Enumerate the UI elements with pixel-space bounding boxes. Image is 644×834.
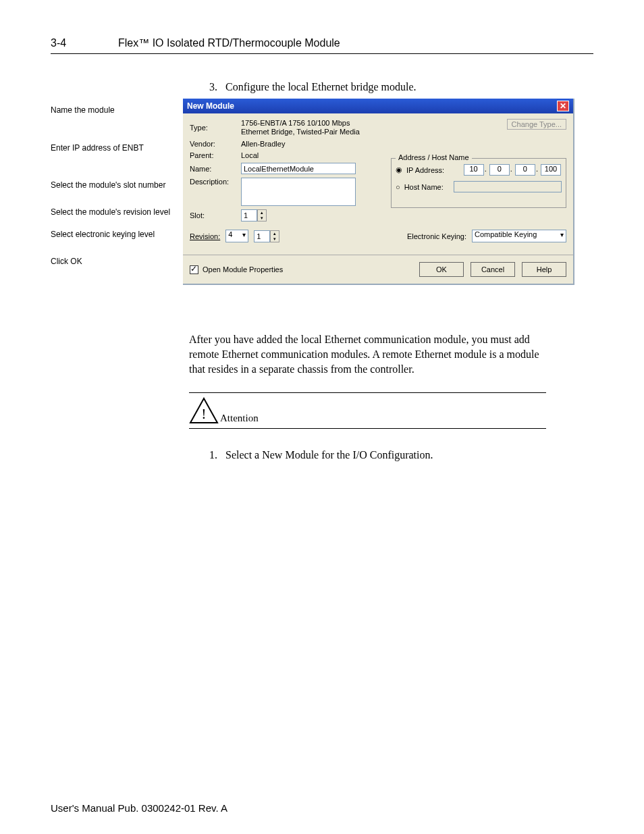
page-header: 3-4 Flex™ IO Isolated RTD/Thermocouple M…: [51, 37, 593, 49]
new-module-dialog: New Module ✕ Type: 1756-ENBT/A 1756 10/1…: [183, 99, 574, 285]
ip-oct-2[interactable]: 0: [489, 164, 510, 176]
ip-oct-4[interactable]: 100: [541, 164, 561, 176]
page-number: 3-4: [51, 37, 118, 49]
revision-label: Revision:: [190, 232, 220, 240]
description-input[interactable]: [241, 178, 356, 206]
open-props-checkbox[interactable]: [190, 265, 198, 274]
step-3-text: Configure the local Ethernet bridge modu…: [225, 81, 417, 93]
callout-rev: Select the module's revision level: [51, 207, 183, 218]
ek-select[interactable]: Compatible Keying: [472, 230, 566, 242]
callout-ek: Select electronic keying level: [51, 230, 183, 240]
type-value: 1756-ENBT/A 1756 10/100 Mbps Ethernet Br…: [241, 119, 367, 136]
hostname-input[interactable]: [454, 181, 562, 192]
ip-radio[interactable]: ◉: [396, 165, 402, 174]
callout-slot: Select the module's slot number: [51, 180, 183, 191]
host-label: Host Name:: [404, 183, 444, 191]
host-radio[interactable]: ○: [396, 183, 400, 191]
callout-column: Name the module Enter IP address of ENBT…: [51, 99, 183, 280]
callout-ip: Enter IP address of ENBT: [51, 143, 183, 154]
ok-button[interactable]: OK: [419, 262, 464, 277]
svg-text:!: !: [201, 405, 206, 422]
rev-major-select[interactable]: 4: [225, 230, 248, 242]
step-1-text: Select a New Module for the I/O Configur…: [225, 449, 433, 461]
body-paragraph: After you have added the local Ethernet …: [189, 332, 546, 376]
close-icon[interactable]: ✕: [557, 101, 569, 111]
slot-label: Slot:: [190, 211, 237, 219]
step-1-num: 1.: [209, 449, 217, 461]
callout-ok: Click OK: [51, 257, 183, 267]
name-input[interactable]: [241, 163, 356, 174]
desc-label: Description:: [190, 178, 237, 186]
rev-minor-value[interactable]: [254, 230, 270, 242]
footer: User's Manual Pub. 0300242-01 Rev. A: [51, 802, 227, 814]
parent-label: Parent:: [190, 151, 237, 159]
header-rule: [51, 53, 593, 54]
attention-icon: !: [189, 397, 219, 424]
attention-box: ! Attention: [189, 392, 546, 429]
change-type-button[interactable]: Change Type...: [507, 119, 566, 130]
type-label: Type:: [190, 124, 237, 132]
cancel-button[interactable]: Cancel: [471, 262, 515, 277]
dialog-separator: [183, 255, 573, 255]
dialog-titlebar: New Module ✕: [183, 99, 573, 113]
step-3: 3. Configure the local Ethernet bridge m…: [209, 81, 593, 93]
callout-name: Name the module: [51, 105, 183, 116]
open-props-label: Open Module Properties: [203, 265, 283, 273]
address-hostname-group: Address / Host Name ◉ IP Address: 10. 0.…: [391, 158, 566, 208]
dialog-title: New Module: [187, 101, 234, 111]
ek-label: Electronic Keying:: [407, 232, 466, 240]
doc-title: Flex™ IO Isolated RTD/Thermocouple Modul…: [118, 37, 340, 49]
ip-oct-3[interactable]: 0: [515, 164, 535, 176]
rev-minor-spinner[interactable]: ▴▾: [254, 230, 279, 242]
help-button[interactable]: Help: [522, 262, 566, 277]
attention-label: Attention: [220, 413, 259, 424]
addr-legend: Address / Host Name: [396, 153, 472, 161]
slot-spinner[interactable]: ▴▾: [241, 209, 267, 221]
ip-oct-1[interactable]: 10: [464, 164, 484, 176]
step-1: 1. Select a New Module for the I/O Confi…: [209, 449, 593, 461]
ip-label: IP Address:: [406, 166, 444, 174]
name-label: Name:: [190, 165, 237, 173]
parent-value: Local: [241, 151, 363, 159]
slot-value[interactable]: [241, 209, 257, 221]
step-3-num: 3.: [209, 81, 217, 93]
vendor-value: Allen-Bradley: [241, 140, 363, 148]
vendor-label: Vendor:: [190, 140, 237, 148]
